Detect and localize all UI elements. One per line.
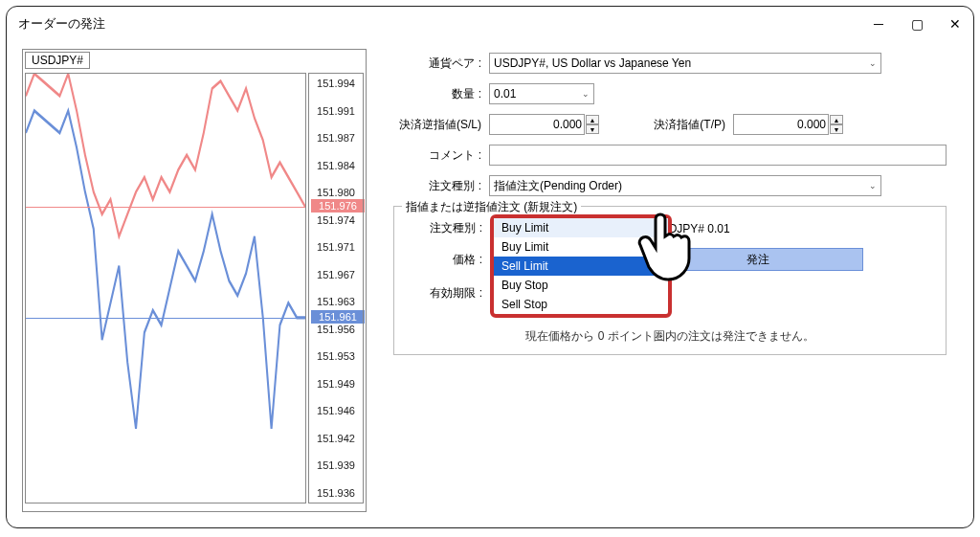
pending-ordertype-label: 注文種別 : bbox=[404, 220, 490, 236]
window-title: オーダーの発注 bbox=[18, 15, 105, 33]
minimize-button[interactable]: ─ bbox=[872, 17, 885, 31]
qty-value: 0.01 bbox=[494, 87, 516, 101]
sl-up-button[interactable]: ▲ bbox=[586, 115, 599, 124]
pair-value: USDJPY#, US Dollar vs Japanese Yen bbox=[494, 56, 691, 70]
note-text: 現在価格から 0 ポイント圏内の注文は発注できません。 bbox=[404, 328, 936, 345]
maximize-button[interactable]: ▢ bbox=[910, 17, 924, 31]
tick: 151.956 bbox=[309, 324, 363, 335]
pair-label: 通貨ペア : bbox=[393, 56, 489, 72]
bid-price-line bbox=[26, 318, 305, 319]
sl-label: 決済逆指値(S/L) bbox=[393, 117, 489, 133]
tp-up-button[interactable]: ▲ bbox=[830, 115, 843, 124]
tp-down-button[interactable]: ▼ bbox=[830, 124, 843, 134]
tick: 151.984 bbox=[309, 160, 363, 171]
chart-scale: 151.994151.991151.987151.984151.980151.9… bbox=[308, 73, 364, 503]
chevron-down-icon: ⌄ bbox=[869, 181, 877, 190]
ordertype-select[interactable]: 指値注文(Pending Order) ⌄ bbox=[489, 175, 881, 196]
tick: 151.942 bbox=[309, 433, 363, 444]
ordertype-label: 注文種別 : bbox=[393, 178, 489, 194]
tick: 151.967 bbox=[309, 269, 363, 280]
chart-panel: USDJPY# 151.976 151.961 151.994151.99115… bbox=[22, 49, 367, 512]
ordertype-value: 指値注文(Pending Order) bbox=[494, 178, 622, 194]
pending-expiry-label: 有効期限 : bbox=[404, 285, 490, 302]
order-window: オーダーの発注 ─ ▢ ✕ USDJPY# 151.976 151.961 15… bbox=[6, 6, 974, 528]
qty-label: 数量 : bbox=[393, 86, 489, 102]
tick: 151.974 bbox=[309, 214, 363, 226]
chevron-down-icon: ⌄ bbox=[869, 58, 877, 68]
pending-fieldset: 指値または逆指値注文 (新規注文) 注文種別 : USDJPY# 0.01 価格… bbox=[393, 206, 947, 355]
tick: 151.987 bbox=[309, 132, 363, 144]
tick: 151.991 bbox=[309, 105, 363, 117]
sl-down-button[interactable]: ▼ bbox=[586, 124, 599, 134]
tick: 151.946 bbox=[309, 405, 363, 416]
chevron-down-icon: ⌄ bbox=[582, 89, 590, 99]
tick: 151.936 bbox=[309, 487, 363, 499]
titlebar: オーダーの発注 ─ ▢ ✕ bbox=[7, 7, 973, 41]
comment-input[interactable] bbox=[489, 145, 947, 166]
tick: 151.963 bbox=[309, 296, 363, 307]
tick: 151.971 bbox=[309, 241, 363, 253]
tick: 151.953 bbox=[309, 350, 363, 362]
cursor-hand-icon bbox=[635, 209, 702, 288]
tp-label: 決済指値(T/P) bbox=[637, 117, 733, 133]
sl-input[interactable]: 0.000 bbox=[489, 114, 585, 135]
pair-select[interactable]: USDJPY#, US Dollar vs Japanese Yen ⌄ bbox=[489, 53, 881, 74]
qty-select[interactable]: 0.01 ⌄ bbox=[489, 83, 594, 104]
close-button[interactable]: ✕ bbox=[948, 17, 962, 31]
comment-label: コメント : bbox=[393, 147, 489, 164]
tick: 151.949 bbox=[309, 378, 363, 390]
ask-price-line bbox=[26, 207, 305, 208]
tick: 151.980 bbox=[309, 187, 363, 198]
tp-input[interactable]: 0.000 bbox=[733, 114, 829, 135]
tick: 151.994 bbox=[309, 78, 363, 89]
content: USDJPY# 151.976 151.961 151.994151.99115… bbox=[7, 41, 973, 527]
form-panel: 通貨ペア : USDJPY#, US Dollar vs Japanese Ye… bbox=[382, 49, 958, 512]
pending-price-label: 価格 : bbox=[404, 252, 490, 268]
pending-legend: 指値または逆指値注文 (新規注文) bbox=[402, 199, 581, 215]
chart-svg bbox=[26, 74, 305, 503]
chart-symbol: USDJPY# bbox=[25, 52, 90, 69]
chart-area: 151.976 151.961 bbox=[25, 73, 306, 503]
tick: 151.939 bbox=[309, 459, 363, 471]
dropdown-option[interactable]: Sell Stop bbox=[494, 295, 668, 314]
